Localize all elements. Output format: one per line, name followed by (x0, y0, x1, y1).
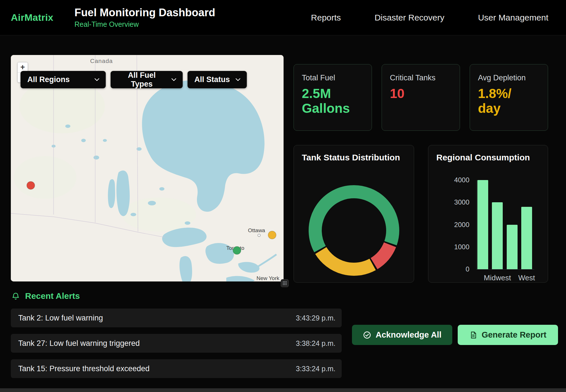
donut-segment-normal (315, 192, 393, 249)
alert-timestamp: 3:43:29 p.m. (296, 314, 335, 322)
fuel-map[interactable]: Canada Ottawa Toronto New York + − All R… (11, 55, 284, 281)
y-axis-tick-label: 3000 (437, 198, 469, 207)
total-fuel-value: 2.5M Gallons (302, 86, 364, 116)
alert-message: Tank 27: Low fuel warning triggered (18, 339, 140, 348)
consumption-bar (521, 207, 532, 269)
region-filter-select[interactable]: All Regions (21, 71, 106, 88)
drag-dots-icon (282, 281, 287, 285)
app-logo: AirMatrix (11, 12, 53, 23)
fuel-type-filter-label: All Fuel Types (117, 71, 166, 89)
total-fuel-label: Total Fuel (302, 74, 364, 82)
alert-row[interactable]: Tank 27: Low fuel warning triggered 3:38… (11, 334, 342, 353)
title-block: Fuel Monitoring Dashboard Real-Time Over… (74, 7, 215, 28)
page-title: Fuel Monitoring Dashboard (74, 7, 215, 19)
y-axis-tick-label: 4000 (437, 176, 469, 184)
map-label-new-york: New York (256, 275, 280, 281)
critical-tank-marker[interactable] (27, 181, 35, 189)
document-icon (469, 331, 477, 339)
y-axis-tick-label: 2000 (437, 220, 469, 229)
drag-handle-icon[interactable] (281, 279, 289, 287)
consumption-bar (492, 202, 503, 269)
x-axis-tick-label: West (510, 273, 544, 282)
critical-tanks-label: Critical Tanks (390, 74, 452, 82)
y-axis-tick-label: 0 (437, 265, 469, 273)
fuel-type-filter-select[interactable]: All Fuel Types (111, 71, 183, 88)
bell-icon (11, 292, 20, 300)
alert-timestamp: 3:33:24 p.m. (296, 365, 335, 373)
regional-consumption-card: Regional Consumption 01000200030004000Mi… (428, 145, 548, 283)
alert-message: Tank 15: Pressure threshold exceeded (18, 364, 150, 373)
map-basemap: Canada Ottawa Toronto New York (11, 55, 284, 281)
chevron-down-icon (94, 78, 99, 81)
map-label-ottawa: Ottawa (248, 227, 265, 233)
y-axis-line (476, 180, 477, 269)
window-bottom-strip (0, 388, 566, 392)
recent-alerts-header: Recent Alerts (11, 291, 80, 301)
acknowledge-all-button[interactable]: Acknowledge All (352, 325, 452, 345)
alert-message: Tank 2: Low fuel warning (18, 314, 103, 322)
alert-list: Tank 2: Low fuel warning 3:43:29 p.m. Ta… (11, 309, 342, 385)
generate-report-label: Generate Report (482, 330, 546, 340)
app-header: AirMatrix Fuel Monitoring Dashboard Real… (0, 0, 566, 35)
ottawa-town-dot (258, 234, 260, 237)
critical-tanks-card: Critical Tanks 10 (382, 64, 460, 131)
chevron-down-icon (171, 78, 176, 81)
recent-alerts-title: Recent Alerts (25, 291, 80, 301)
tank-status-donut-chart (307, 183, 401, 277)
acknowledge-all-label: Acknowledge All (376, 330, 441, 340)
tank-status-card: Tank Status Distribution (294, 145, 414, 283)
avg-depletion-label: Avg Depletion (478, 74, 540, 82)
consumption-bar (507, 225, 518, 270)
map-label-canada: Canada (90, 58, 113, 64)
normal-tank-marker[interactable] (233, 246, 241, 254)
total-fuel-card: Total Fuel 2.5M Gallons (294, 64, 372, 131)
avg-depletion-card: Avg Depletion 1.8%/ day (470, 64, 548, 131)
consumption-bar (477, 180, 488, 269)
regional-consumption-bar-chart: 01000200030004000MidwestWest (428, 145, 548, 282)
generate-report-button[interactable]: Generate Report (458, 325, 558, 345)
main-nav: Reports Disaster Recovery User Managemen… (311, 13, 548, 23)
alert-actions: Acknowledge All Generate Report (352, 325, 558, 345)
avg-depletion-value: 1.8%/ day (478, 86, 540, 116)
x-axis-line (476, 269, 534, 270)
donut-segment-warning (321, 251, 373, 270)
critical-tanks-value: 10 (390, 86, 452, 101)
region-filter-label: All Regions (27, 75, 70, 84)
alert-row[interactable]: Tank 2: Low fuel warning 3:43:29 p.m. (11, 309, 342, 327)
alert-timestamp: 3:38:24 p.m. (296, 339, 335, 348)
y-axis-tick-label: 1000 (437, 243, 469, 251)
alert-row[interactable]: Tank 15: Pressure threshold exceeded 3:3… (11, 359, 342, 378)
nav-disaster-recovery[interactable]: Disaster Recovery (374, 13, 444, 23)
warning-tank-marker[interactable] (268, 231, 276, 239)
nav-reports[interactable]: Reports (311, 13, 341, 23)
check-circle-icon (363, 331, 371, 339)
status-filter-label: All Status (194, 75, 230, 84)
chevron-down-icon (235, 78, 241, 81)
nav-user-management[interactable]: User Management (478, 13, 548, 23)
map-filters: All Regions All Fuel Types All Status (21, 71, 247, 88)
status-filter-select[interactable]: All Status (188, 71, 247, 88)
tank-status-title: Tank Status Distribution (302, 153, 400, 162)
page-subtitle: Real-Time Overview (74, 20, 215, 28)
donut-segment-critical (374, 245, 390, 264)
